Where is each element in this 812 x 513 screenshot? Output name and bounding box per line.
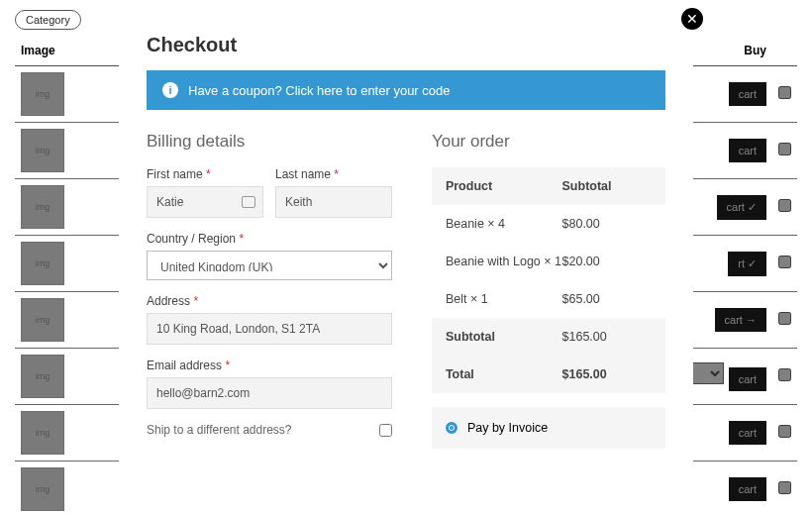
- subtotal-value: $165.00: [562, 330, 652, 344]
- checkout-modal: Checkout i Have a coupon? Click here to …: [119, 16, 693, 513]
- order-item-name: Belt × 1: [446, 292, 562, 306]
- category-filter[interactable]: Category: [15, 10, 81, 30]
- row-checkbox[interactable]: [778, 86, 791, 99]
- payment-method[interactable]: Pay by Invoice: [432, 407, 665, 449]
- row-checkbox[interactable]: [778, 312, 791, 325]
- product-thumb[interactable]: img: [21, 298, 64, 342]
- ship-different-label: Ship to a different address?: [147, 423, 292, 437]
- order-summary: Product Subtotal Beanie × 4$80.00Beanie …: [432, 167, 665, 393]
- order-col-product: Product: [446, 179, 562, 193]
- row-checkbox[interactable]: [778, 481, 791, 494]
- add-to-cart-button[interactable]: cart: [729, 367, 766, 391]
- country-label: Country / Region *: [147, 232, 392, 246]
- row-checkbox[interactable]: [778, 199, 791, 212]
- address-input[interactable]: [147, 313, 392, 345]
- order-heading: Your order: [432, 132, 665, 152]
- country-select[interactable]: United Kingdom (UK): [147, 251, 392, 280]
- add-to-cart-button[interactable]: cart: [729, 477, 766, 501]
- add-to-cart-button[interactable]: cart: [729, 139, 766, 162]
- order-item-subtotal: $20.00: [562, 255, 652, 268]
- order-item-name: Beanie with Logo × 1: [446, 255, 562, 268]
- contact-icon: [242, 196, 255, 208]
- add-to-cart-button[interactable]: cart: [729, 421, 766, 445]
- page-title: Checkout: [147, 34, 665, 56]
- address-label: Address *: [147, 294, 392, 308]
- total-label: Total: [446, 367, 562, 381]
- last-name-input[interactable]: [275, 186, 392, 218]
- last-name-label: Last name *: [275, 167, 392, 181]
- add-to-cart-button[interactable]: cart →: [715, 308, 766, 332]
- row-checkbox[interactable]: [778, 256, 791, 268]
- order-item-subtotal: $80.00: [562, 217, 652, 231]
- order-item-subtotal: $65.00: [562, 292, 652, 306]
- row-checkbox[interactable]: [778, 425, 791, 438]
- product-thumb[interactable]: img: [21, 242, 64, 285]
- product-thumb[interactable]: img: [21, 467, 64, 511]
- info-icon: i: [162, 82, 178, 98]
- order-item-name: Beanie × 4: [446, 217, 562, 231]
- payment-label: Pay by Invoice: [467, 421, 548, 435]
- product-thumb[interactable]: img: [21, 72, 64, 116]
- product-thumb[interactable]: img: [21, 129, 64, 172]
- close-icon[interactable]: ✕: [681, 8, 703, 30]
- product-thumb[interactable]: img: [21, 185, 64, 229]
- coupon-banner[interactable]: i Have a coupon? Click here to enter you…: [147, 70, 665, 110]
- first-name-label: First name *: [147, 167, 263, 181]
- coupon-text: Have a coupon? Click here to enter your …: [188, 83, 451, 98]
- total-value: $165.00: [562, 367, 652, 381]
- order-col-subtotal: Subtotal: [562, 179, 652, 193]
- billing-heading: Billing details: [147, 132, 392, 152]
- col-image: Image: [15, 36, 122, 66]
- add-to-cart-button[interactable]: cart: [729, 82, 766, 106]
- add-to-cart-button[interactable]: rt ✓: [728, 252, 766, 276]
- subtotal-label: Subtotal: [446, 330, 562, 344]
- email-input[interactable]: [147, 377, 392, 409]
- email-label: Email address *: [147, 359, 392, 372]
- add-to-cart-button[interactable]: cart ✓: [717, 195, 766, 220]
- product-thumb[interactable]: img: [21, 355, 64, 398]
- ship-different-checkbox[interactable]: [379, 424, 392, 437]
- row-checkbox[interactable]: [778, 143, 791, 155]
- radio-icon: [446, 422, 457, 434]
- product-thumb[interactable]: img: [21, 411, 64, 455]
- row-checkbox[interactable]: [778, 368, 791, 381]
